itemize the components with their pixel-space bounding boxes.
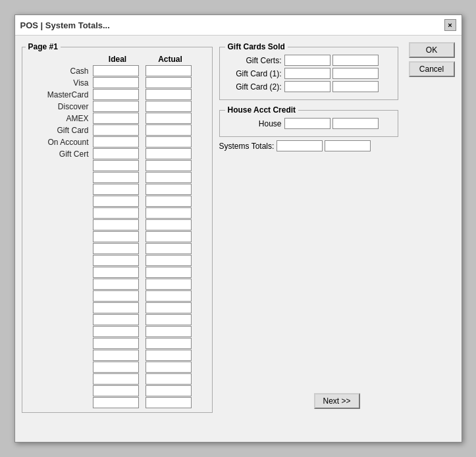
actual-input[interactable] [145,184,192,195]
next-btn-row: Next >> [219,387,455,413]
ok-button[interactable]: OK [409,42,455,58]
ideal-input[interactable] [93,243,139,254]
ideal-input[interactable] [93,65,139,76]
gift-card-2-input-2[interactable] [332,81,379,92]
gift-certs-input-2[interactable] [332,55,379,66]
house-input-1[interactable] [284,118,331,129]
actual-input[interactable] [145,397,192,408]
actual-input[interactable] [145,89,192,100]
ideal-input[interactable] [93,397,139,408]
table-row [26,326,209,337]
cancel-button[interactable]: Cancel [409,61,455,77]
close-button[interactable]: × [444,19,456,31]
ideal-input[interactable] [93,350,139,361]
row-label: On Account [26,138,92,147]
actual-input[interactable] [145,219,192,230]
house-input-2[interactable] [332,118,379,129]
ideal-input[interactable] [93,172,139,183]
actual-input[interactable] [145,148,192,159]
actual-input[interactable] [145,326,192,337]
ideal-input[interactable] [93,314,139,325]
systems-totals-input-1[interactable] [277,140,323,151]
table-row [26,160,209,171]
gift-card-2-label: Gift Card (2): [225,82,284,92]
actual-input[interactable] [145,207,192,219]
ideal-input[interactable] [93,385,139,396]
ideal-input[interactable] [93,279,139,290]
ideal-input[interactable] [93,255,139,266]
ideal-input[interactable] [93,267,139,278]
gift-card-1-input-1[interactable] [284,68,331,79]
table-row: AMEX [26,113,209,124]
table-row [26,184,209,195]
actual-input[interactable] [145,338,192,349]
gift-certs-input-1[interactable] [284,55,331,66]
pos-system-totals-dialog: POS | System Totals... × Page #1 Ideal A… [14,14,462,443]
ideal-input[interactable] [93,362,139,373]
table-row [26,350,209,361]
ideal-input[interactable] [93,231,139,242]
ideal-input[interactable] [93,302,139,313]
actual-input[interactable] [145,243,192,254]
actual-input[interactable] [145,362,192,373]
title-bar: POS | System Totals... × [15,15,462,36]
gift-cards-group: Gift Cards Sold Gift Certs: Gift Card (1… [219,42,398,100]
ideal-input[interactable] [93,196,139,207]
actual-input[interactable] [145,279,192,290]
actual-input[interactable] [145,65,192,76]
ideal-input[interactable] [93,148,139,159]
house-row: House [225,118,392,129]
gift-card-1-row: Gift Card (1): [225,68,392,79]
ideal-input[interactable] [93,184,139,195]
actual-input[interactable] [145,101,192,112]
table-row [26,255,209,266]
gift-card-2-input-1[interactable] [284,81,331,92]
actual-input[interactable] [145,385,192,396]
ideal-input[interactable] [93,219,139,230]
ideal-input[interactable] [93,160,139,171]
table-row [26,207,209,219]
actual-input[interactable] [145,314,192,325]
ideal-input[interactable] [93,290,139,302]
table-row [26,172,209,183]
actual-input[interactable] [145,77,192,88]
actual-input[interactable] [145,255,192,266]
next-button[interactable]: Next >> [314,393,360,409]
house-label: House [225,119,284,128]
ideal-input[interactable] [93,113,139,124]
ideal-input[interactable] [93,124,139,136]
ideal-input[interactable] [93,89,139,100]
row-label: MasterCard [26,90,92,99]
ideal-input[interactable] [93,101,139,112]
row-label: Gift Card [26,126,92,135]
actual-input[interactable] [145,136,192,148]
actual-input[interactable] [145,172,192,183]
page-group-label: Page #1 [26,42,61,51]
ideal-input[interactable] [93,207,139,219]
actual-input[interactable] [145,302,192,313]
actual-input[interactable] [145,350,192,361]
gift-card-1-label: Gift Card (1): [225,69,284,78]
table-row: Visa [26,77,209,88]
gift-card-1-input-2[interactable] [332,68,379,79]
actual-input[interactable] [145,196,192,207]
actual-input[interactable] [145,160,192,171]
ideal-input[interactable] [93,326,139,337]
systems-totals-input-2[interactable] [325,140,371,151]
ideal-input[interactable] [93,338,139,349]
ideal-input[interactable] [93,373,139,385]
column-headers: Ideal Actual [26,55,209,64]
ideal-input[interactable] [93,136,139,148]
actual-input[interactable] [145,124,192,136]
table-row: Discover [26,101,209,112]
actual-input[interactable] [145,231,192,242]
actual-input[interactable] [145,373,192,385]
table-row [26,267,209,278]
house-acct-label: House Acct Credit [225,105,299,115]
actual-input[interactable] [145,290,192,302]
table-row [26,279,209,290]
actual-input[interactable] [145,267,192,278]
table-row [26,373,209,385]
actual-input[interactable] [145,113,192,124]
ideal-input[interactable] [93,77,139,88]
